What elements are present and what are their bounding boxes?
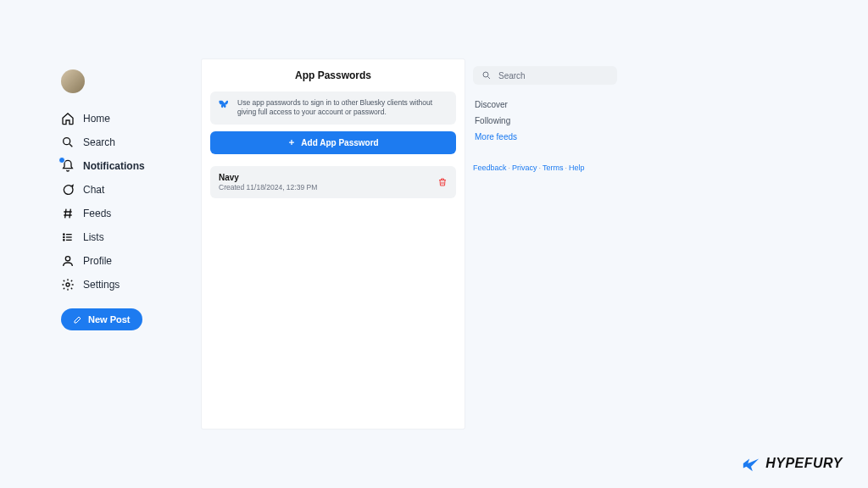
add-button-label: Add App Password (301, 138, 378, 147)
home-icon (61, 112, 75, 125)
app-password-created: Created 11/18/2024, 12:39 PM (219, 183, 317, 191)
more-feeds-link[interactable]: More feeds (473, 129, 617, 145)
footer-terms[interactable]: Terms (542, 164, 564, 172)
page-title: App Passwords (202, 68, 465, 92)
footer-feedback[interactable]: Feedback (473, 164, 507, 172)
svg-point-1 (64, 234, 64, 235)
nav-label: Profile (83, 255, 112, 267)
add-app-password-button[interactable]: Add App Password (210, 131, 456, 154)
nav-search[interactable]: Search (54, 130, 197, 154)
svg-point-3 (64, 240, 64, 241)
svg-point-4 (65, 257, 70, 261)
svg-point-2 (64, 236, 64, 237)
info-box: Use app passwords to sign in to other Bl… (210, 92, 456, 125)
svg-point-5 (66, 283, 70, 286)
bell-icon (61, 159, 75, 173)
nav-settings[interactable]: Settings (54, 273, 197, 297)
new-post-label: New Post (88, 314, 131, 324)
nav-feeds[interactable]: Feeds (54, 202, 197, 225)
nav-label: Chat (83, 184, 104, 196)
info-text: Use app passwords to sign in to other Bl… (237, 98, 448, 118)
footer-help[interactable]: Help (569, 164, 585, 172)
avatar[interactable] (61, 69, 85, 93)
brand-logo: HYPEFURY (742, 454, 843, 473)
chat-icon (61, 183, 75, 197)
trash-icon[interactable] (437, 177, 448, 187)
gear-icon (61, 278, 75, 291)
nav-chat[interactable]: Chat (54, 178, 197, 202)
nav-label: Home (83, 113, 110, 125)
user-icon (61, 254, 75, 268)
app-password-item[interactable]: Navy Created 11/18/2024, 12:39 PM (210, 166, 456, 198)
nav-label: Lists (83, 231, 104, 243)
search-box[interactable] (473, 66, 617, 85)
footer-links: Feedback·Privacy·Terms·Help (473, 164, 617, 172)
nav-notifications[interactable]: Notifications (54, 154, 197, 178)
footer-privacy[interactable]: Privacy (512, 164, 537, 172)
app-password-name: Navy (219, 173, 317, 182)
nav-lists[interactable]: Lists (54, 225, 197, 249)
sidebar: Home Search Notifications Chat (49, 59, 202, 429)
list-icon (61, 230, 75, 244)
svg-point-6 (483, 72, 488, 77)
main-area: App Passwords Use app passwords to sign … (202, 59, 819, 429)
nav-label: Feeds (83, 208, 111, 219)
nav-label: Notifications (83, 160, 145, 172)
center-column: App Passwords Use app passwords to sign … (202, 59, 465, 429)
nav-home[interactable]: Home (54, 107, 197, 130)
search-icon (61, 136, 75, 149)
nav-profile[interactable]: Profile (54, 249, 197, 273)
brand-bird-icon (742, 454, 760, 473)
right-column: Discover Following More feeds Feedback·P… (473, 59, 617, 429)
app-password-meta: Navy Created 11/18/2024, 12:39 PM (219, 173, 317, 191)
plus-icon (287, 138, 296, 147)
new-post-button[interactable]: New Post (61, 308, 142, 330)
search-icon (481, 70, 492, 80)
feed-link-discover[interactable]: Discover (473, 97, 617, 113)
brand-text: HYPEFURY (765, 456, 843, 471)
bluesky-icon (219, 98, 231, 110)
feed-link-following[interactable]: Following (473, 113, 617, 129)
svg-point-0 (64, 138, 70, 145)
search-input[interactable] (498, 71, 609, 80)
nav-label: Search (83, 136, 115, 148)
compose-icon (73, 314, 83, 324)
notification-badge (58, 157, 65, 164)
nav-label: Settings (83, 279, 120, 291)
hash-icon (61, 207, 75, 220)
